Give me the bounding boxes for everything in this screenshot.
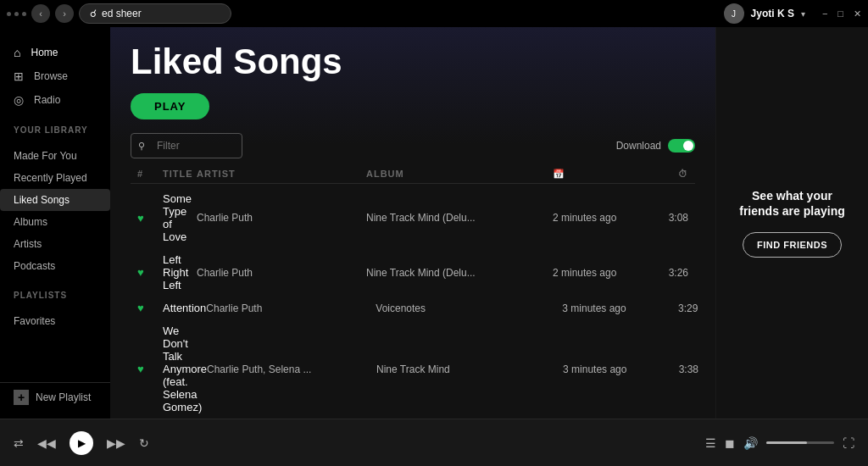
download-wrap: Download — [616, 139, 695, 153]
track-album: Nine Track Mind — [376, 363, 563, 375]
toolbar: ⚲ Download — [131, 133, 695, 158]
sidebar-item-radio-label: Radio — [34, 94, 60, 106]
right-panel: See what your friends are playing FIND F… — [715, 27, 868, 419]
sidebar-item-browse[interactable]: ⊞ Browse — [0, 64, 110, 88]
window-controls: − □ ✕ — [822, 8, 861, 19]
sidebar-item-home[interactable]: ⌂ Home — [0, 41, 110, 64]
table-row[interactable]: ♥ Attention Charlie Puth Voicenotes 3 mi… — [131, 297, 695, 319]
title-bar-left: ‹ › ☌ ed sheer — [7, 3, 231, 24]
col-date: 📅 — [553, 169, 646, 180]
track-artist: Charlie Puth — [197, 267, 366, 279]
title-bar: ‹ › ☌ ed sheer J Jyoti K S ▾ − □ ✕ — [0, 0, 868, 27]
right-icons: ☰ ◼ 🔊 — [705, 436, 758, 450]
download-label: Download — [616, 140, 661, 152]
heart-icon[interactable]: ♥ — [137, 212, 163, 225]
table-row[interactable]: ♥ Some Type of Love Charlie Puth Nine Tr… — [131, 187, 695, 248]
title-bar-right: J Jyoti K S ▾ − □ ✕ — [724, 3, 861, 24]
track-time-ago: 2 minutes ago — [553, 267, 646, 279]
main-content: Liked Songs PLAY ⚲ Download # TITLE ARTI… — [110, 27, 715, 419]
track-time-ago: 3 minutes ago — [563, 363, 656, 375]
track-album: Voicenotes — [376, 302, 562, 314]
previous-button[interactable]: ◀◀ — [37, 436, 56, 450]
devices-icon[interactable]: ◼ — [725, 436, 735, 450]
table-header: # TITLE ARTIST ALBUM 📅 ⏱ — [131, 165, 695, 184]
sidebar-item-podcasts-label: Podcasts — [14, 260, 55, 272]
heart-icon[interactable]: ♥ — [137, 363, 163, 375]
search-bar[interactable]: ☌ ed sheer — [79, 3, 231, 24]
shuffle-button[interactable]: ⇄ — [14, 436, 24, 450]
heart-icon[interactable]: ♥ — [137, 266, 163, 279]
sidebar-item-recently-played[interactable]: Recently Played — [0, 167, 110, 189]
sidebar-item-albums[interactable]: Albums — [0, 211, 110, 233]
sidebar-item-artists-label: Artists — [14, 238, 42, 250]
filter-input[interactable] — [150, 136, 235, 155]
browse-icon: ⊞ — [14, 69, 24, 83]
sidebar-item-browse-label: Browse — [34, 70, 68, 82]
search-value: ed sheer — [102, 8, 142, 19]
sidebar-item-podcasts[interactable]: Podcasts — [0, 255, 110, 277]
chevron-down-icon[interactable]: ▾ — [801, 9, 805, 19]
player-right: ☰ ◼ 🔊 ⛶ — [705, 436, 854, 450]
user-avatar: J — [724, 3, 744, 24]
track-title: Left Right Left — [163, 253, 197, 291]
track-album: Nine Track Mind (Delu... — [366, 212, 553, 224]
new-playlist-button[interactable]: + New Playlist — [14, 390, 97, 405]
sidebar-item-favorites-label: Favorites — [14, 315, 55, 327]
heart-icon[interactable]: ♥ — [137, 302, 163, 314]
lyrics-icon[interactable]: ☰ — [705, 436, 716, 450]
track-time-ago: 2 minutes ago — [553, 212, 646, 224]
sidebar-library: Made For You Recently Played Liked Songs… — [0, 138, 110, 284]
col-title: TITLE — [163, 169, 197, 180]
sidebar-item-liked-songs-label: Liked Songs — [14, 194, 70, 206]
maximize-button[interactable]: □ — [837, 8, 843, 19]
track-album: Nine Track Mind (Delu... — [366, 267, 553, 279]
sidebar-item-albums-label: Albums — [14, 216, 47, 228]
sidebar-item-home-label: Home — [31, 47, 58, 58]
new-playlist-label: New Playlist — [36, 391, 91, 403]
sidebar-item-made-for-you[interactable]: Made For You — [0, 145, 110, 167]
track-title: We Don't Talk Anymore (feat. Selena Gome… — [163, 325, 207, 413]
back-button[interactable]: ‹ — [31, 4, 50, 23]
find-friends-button[interactable]: FIND FRIENDS — [743, 232, 842, 258]
volume-fill — [766, 441, 807, 444]
page-title: Liked Songs — [131, 44, 695, 80]
sidebar-main-nav: ⌂ Home ⊞ Browse ◎ Radio — [0, 34, 110, 119]
play-pause-button[interactable]: ▶ — [70, 431, 93, 455]
track-duration: 3:08 — [646, 212, 688, 224]
volume-bar[interactable] — [766, 441, 834, 444]
repeat-button[interactable]: ↻ — [139, 436, 149, 450]
filter-icon: ⚲ — [138, 141, 145, 152]
download-toggle[interactable] — [668, 139, 695, 153]
track-duration: 3:38 — [656, 363, 698, 375]
next-button[interactable]: ▶▶ — [107, 436, 125, 450]
sidebar-item-artists[interactable]: Artists — [0, 233, 110, 255]
window-menu-dots — [7, 12, 26, 16]
tracks-table: ♥ Some Type of Love Charlie Puth Nine Tr… — [131, 187, 695, 419]
minimize-button[interactable]: − — [822, 8, 827, 19]
track-time-ago: 3 minutes ago — [562, 302, 655, 314]
filter-wrap[interactable]: ⚲ — [131, 133, 242, 158]
table-row[interactable]: ♥ We Don't Talk Anymore (feat. Selena Go… — [131, 319, 695, 419]
sidebar-item-liked-songs[interactable]: Liked Songs — [0, 189, 110, 211]
radio-icon: ◎ — [14, 93, 24, 107]
sidebar-library-label: YOUR LIBRARY — [0, 119, 110, 138]
col-album: ALBUM — [366, 169, 553, 180]
track-artist: Charlie Puth, Selena ... — [207, 363, 376, 375]
sidebar-item-favorites[interactable]: Favorites — [0, 310, 110, 332]
close-button[interactable]: ✕ — [854, 8, 861, 19]
forward-button[interactable]: › — [55, 4, 74, 23]
play-button[interactable]: PLAY — [131, 93, 209, 119]
fullscreen-icon[interactable]: ⛶ — [843, 436, 854, 450]
sidebar-item-radio[interactable]: ◎ Radio — [0, 88, 110, 112]
content-area: Liked Songs PLAY ⚲ Download # TITLE ARTI… — [110, 27, 868, 419]
sidebar-item-recently-played-label: Recently Played — [14, 172, 87, 184]
player-controls: ⇄ ◀◀ ▶ ▶▶ ↻ — [14, 431, 149, 455]
col-duration: ⏱ — [646, 169, 688, 180]
sidebar-bottom: + New Playlist — [0, 382, 110, 412]
volume-icon[interactable]: 🔊 — [743, 436, 758, 450]
track-duration: 3:29 — [655, 302, 698, 314]
table-row[interactable]: ♥ Left Right Left Charlie Puth Nine Trac… — [131, 248, 695, 297]
sidebar: ⌂ Home ⊞ Browse ◎ Radio YOUR LIBRARY Mad… — [0, 27, 110, 419]
sidebar-playlists: Favorites — [0, 303, 110, 339]
user-name[interactable]: Jyoti K S — [751, 8, 794, 19]
